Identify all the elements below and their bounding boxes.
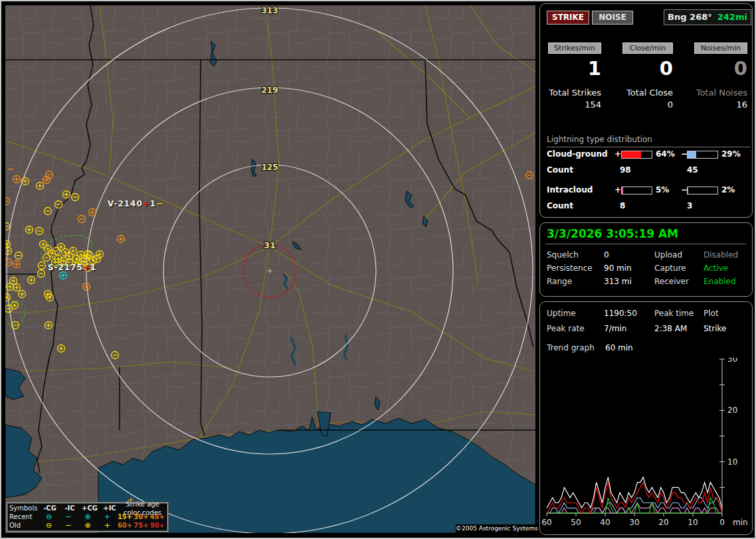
strikes-per-min-chip: Strikes/min (548, 42, 601, 54)
capture-status: Active (704, 264, 728, 273)
legend-row-old: Old (9, 521, 39, 530)
cg-pos-count: 98 (620, 165, 631, 175)
cg-neg-bar-fill (688, 151, 696, 158)
total-close-label: Total Close (616, 88, 673, 98)
cell-id: V-2140 (108, 199, 143, 208)
bearing-readout: Bng 268°242mi (664, 9, 751, 25)
count-label: Count (547, 165, 573, 175)
old-neg-cg-icon: ⊖ (39, 521, 58, 530)
noise-mode-button[interactable]: NOISE (592, 11, 633, 25)
count-label: Count (547, 201, 573, 210)
range-label: Range (547, 277, 572, 286)
ring-label-219: 219 (261, 86, 278, 95)
squelch-label: Squelch (547, 250, 579, 260)
ring-label-31: 31 (264, 240, 276, 250)
cg-neg-pct: 29% (721, 149, 741, 159)
svg-text:10: 10 (688, 518, 698, 527)
svg-text:30: 30 (727, 358, 737, 364)
recent-neg-ic-icon: − (58, 512, 78, 521)
bearing-distance: 242mi (717, 12, 747, 22)
old-pos-ic-icon: + (98, 521, 117, 530)
close-rate: 0 (622, 57, 673, 80)
recent-pos-ic-icon: + (98, 512, 117, 521)
upload-label: Upload (654, 250, 682, 260)
trend-panel: Uptime 1190:50 Peak time Plot Peak rate … (539, 301, 753, 535)
receiver-status: Enabled (704, 277, 736, 286)
svg-text:min: min (733, 518, 748, 527)
ic-pos-count: 8 (620, 201, 625, 210)
old-neg-ic-icon: − (58, 521, 78, 530)
cloud-ground-label: Cloud-ground (547, 149, 608, 159)
trend-window-value: 60 min (605, 343, 633, 352)
uptime-value: 1190:50 (604, 309, 637, 318)
svg-text:0: 0 (719, 518, 725, 527)
cg-neg-bar (687, 151, 718, 159)
trend-graph-label: Trend graph (547, 343, 595, 352)
svg-text:40: 40 (600, 518, 610, 527)
peak-rate-value: 7/min (604, 324, 626, 333)
peak-rate-label: Peak rate (547, 324, 585, 333)
svg-text:20: 20 (727, 406, 737, 415)
recent-neg-cg-icon: ⊖ (39, 512, 58, 521)
cell-plus-icon: + (83, 263, 90, 272)
total-strikes-value: 154 (541, 100, 601, 110)
total-close-value: 0 (616, 100, 673, 110)
ic-neg-count: 3 (687, 201, 692, 210)
close-per-min-chip: Close/min (622, 42, 673, 54)
range-value: 313 mi (604, 277, 632, 286)
capture-label: Capture (654, 264, 686, 273)
recent-pos-cg-icon: ⊕ (78, 512, 97, 521)
strikes-rate: 1 (548, 57, 601, 80)
ring-label-125: 125 (261, 163, 278, 172)
status-panel: 3/3/2026 3:05:19 AM Squelch 0 Upload Dis… (539, 222, 753, 297)
noises-rate: 0 (694, 57, 747, 80)
cell-count: 1 (150, 199, 156, 208)
cg-neg-count: 45 (687, 165, 698, 175)
upload-status: Disabled (704, 250, 738, 260)
svg-text:50: 50 (571, 518, 581, 527)
age-90: 90+ (149, 521, 165, 530)
peak-time-value: 2:38 AM (654, 324, 687, 333)
distribution-title: Lightning type distribution (547, 135, 750, 147)
squelch-value: 0 (604, 250, 609, 260)
persistence-value: 90 min (604, 264, 632, 273)
ic-pos-pct: 5% (656, 185, 669, 194)
old-pos-cg-icon: ⊕ (78, 521, 97, 530)
plus-sign: + (614, 185, 621, 194)
plot-value: Strike (704, 324, 727, 333)
divider (545, 244, 746, 244)
legend-header-symbols: Symbols (9, 504, 40, 512)
svg-text:60: 60 (541, 518, 551, 527)
trend-series-neg-cloud-ground (547, 498, 722, 513)
legend-col-neg-ic: -IC (60, 504, 80, 512)
legend-col-neg-cg: -CG (40, 504, 60, 512)
ring-label-313: 313 (261, 6, 278, 15)
date-time: 3/3/2026 3:05:19 AM (547, 227, 678, 240)
total-noises-value: 16 (688, 100, 747, 110)
age-15: 15+ (117, 512, 133, 521)
cg-pos-pct: 64% (656, 149, 675, 159)
age-60: 60+ (117, 521, 133, 530)
noises-per-min-chip: Noises/min (694, 42, 747, 54)
legend-row-recent: Recent (9, 512, 39, 521)
cell-plus-icon: + (143, 199, 150, 208)
storm-cell-label-v2140: V-2140+1− (108, 199, 163, 208)
strike-mode-button[interactable]: STRIKE (547, 11, 589, 25)
svg-text:10: 10 (727, 457, 737, 467)
cell-minus-icon: − (156, 199, 163, 208)
ic-neg-pct: 2% (721, 185, 735, 194)
plot-label: Plot (704, 309, 719, 318)
ic-neg-bar (687, 187, 718, 194)
total-strikes-label: Total Strikes (541, 88, 601, 98)
receiver-label: Receiver (654, 277, 689, 286)
bearing-label: Bng 268° (668, 12, 712, 22)
strike-stats-panel: STRIKE NOISE Bng 268°242mi Strikes/min C… (539, 3, 753, 218)
lightning-map[interactable]: 313 219 125 31 V-2140+1− S-2175+1 Symbol… (5, 5, 535, 533)
cell-id: S-2175 (48, 263, 83, 272)
strike-trend-chart: 6050403020100min102030 (541, 358, 753, 532)
legend-col-pos-ic: +IC (100, 504, 120, 512)
age-30: 30+ (133, 512, 149, 521)
copyright-text: ©2005 Astrogenic Systems (456, 524, 535, 533)
storm-cell-label-s2175: S-2175+1 (48, 263, 96, 272)
total-noises-label: Total Noises (688, 88, 747, 98)
